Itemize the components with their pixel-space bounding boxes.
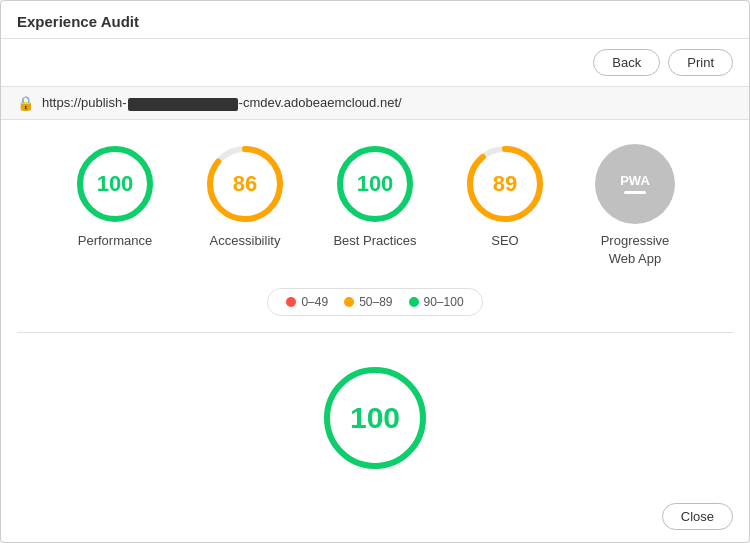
best-practices-label: Best Practices xyxy=(333,232,416,250)
best-practices-score: 100 xyxy=(357,171,394,197)
legend-range-green: 90–100 xyxy=(424,295,464,309)
score-item-seo: 89 SEO xyxy=(440,144,570,250)
page-title: Experience Audit xyxy=(17,13,733,30)
accessibility-label: Accessibility xyxy=(210,232,281,250)
title-bar: Experience Audit xyxy=(1,1,749,39)
best-practices-circle: 100 xyxy=(335,144,415,224)
performance-score: 100 xyxy=(97,171,134,197)
lock-icon: 🔒 xyxy=(17,95,34,111)
legend-section: 0–49 50–89 90–100 xyxy=(1,284,749,332)
pwa-dash xyxy=(624,191,646,194)
footer: Close xyxy=(1,495,749,542)
url-bar: 🔒 https://publish--cmdev.adobeaemcloud.n… xyxy=(1,87,749,120)
pwa-label: ProgressiveWeb App xyxy=(601,232,670,268)
accessibility-circle: 86 xyxy=(205,144,285,224)
legend-item-red: 0–49 xyxy=(286,295,328,309)
legend-item-orange: 50–89 xyxy=(344,295,392,309)
close-button[interactable]: Close xyxy=(662,503,733,530)
accessibility-score: 86 xyxy=(233,171,257,197)
performance-label: Performance xyxy=(78,232,152,250)
toolbar: Back Print xyxy=(1,39,749,87)
url-text: https://publish--cmdev.adobeaemcloud.net… xyxy=(42,95,402,110)
pwa-circle: PWA xyxy=(595,144,675,224)
legend-dot-red xyxy=(286,297,296,307)
score-item-best-practices: 100 Best Practices xyxy=(310,144,440,250)
big-score-circle: 100 xyxy=(320,363,430,473)
seo-label: SEO xyxy=(491,232,518,250)
score-item-pwa: PWA ProgressiveWeb App xyxy=(570,144,700,268)
performance-circle: 100 xyxy=(75,144,155,224)
legend-inner: 0–49 50–89 90–100 xyxy=(267,288,482,316)
big-score-value: 100 xyxy=(350,401,400,435)
bottom-section: 100 xyxy=(1,333,749,493)
legend-range-orange: 50–89 xyxy=(359,295,392,309)
scores-section: 100 Performance 86 Accessibility 1 xyxy=(1,120,749,284)
score-item-performance: 100 Performance xyxy=(50,144,180,250)
url-redacted xyxy=(128,98,238,111)
main-window: Experience Audit Back Print 🔒 https://pu… xyxy=(0,0,750,543)
legend-range-red: 0–49 xyxy=(301,295,328,309)
back-button[interactable]: Back xyxy=(593,49,660,76)
seo-score: 89 xyxy=(493,171,517,197)
legend-dot-green xyxy=(409,297,419,307)
pwa-icon-text: PWA xyxy=(620,174,650,188)
score-item-accessibility: 86 Accessibility xyxy=(180,144,310,250)
legend-item-green: 90–100 xyxy=(409,295,464,309)
legend-dot-orange xyxy=(344,297,354,307)
seo-circle: 89 xyxy=(465,144,545,224)
print-button[interactable]: Print xyxy=(668,49,733,76)
